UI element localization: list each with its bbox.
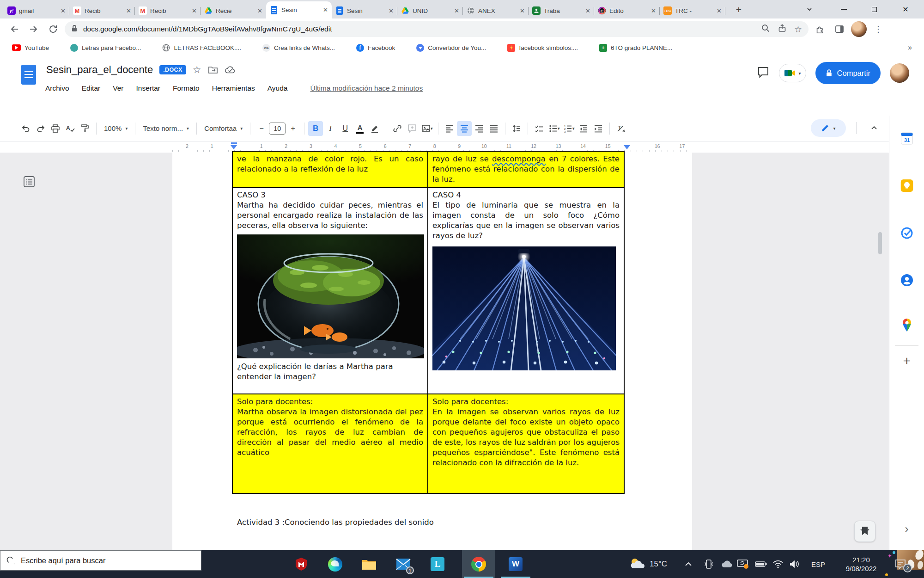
- cloud-saved-icon[interactable]: [225, 66, 236, 74]
- new-tab-button[interactable]: +: [732, 3, 746, 17]
- window-maximize-button[interactable]: [860, 0, 888, 18]
- keep-icon[interactable]: [900, 179, 913, 194]
- align-center-icon[interactable]: [457, 121, 472, 136]
- kebab-menu-icon[interactable]: ⋮: [870, 21, 886, 37]
- tab-close-icon[interactable]: ✕: [520, 7, 525, 14]
- start-button[interactable]: [0, 550, 29, 578]
- tab-close-icon[interactable]: ✕: [257, 7, 262, 14]
- chrome-taskbar-icon[interactable]: [462, 550, 495, 578]
- tab-recie[interactable]: Recie✕: [201, 3, 266, 18]
- menu-ayuda[interactable]: Ayuda: [267, 84, 288, 92]
- clear-formatting-icon[interactable]: T: [614, 121, 628, 136]
- editing-mode-button[interactable]: ▾: [811, 119, 846, 137]
- font-size-field[interactable]: 10: [269, 123, 286, 135]
- star-document-icon[interactable]: ☆: [193, 64, 201, 75]
- bookmark-letras[interactable]: Letras para Facebo...: [70, 44, 141, 52]
- wifi-icon[interactable]: [772, 550, 784, 578]
- font-size-decrease-button[interactable]: −: [254, 121, 269, 136]
- tab-close-icon[interactable]: ✕: [61, 7, 66, 14]
- redo-icon[interactable]: [33, 121, 48, 136]
- checklist-icon[interactable]: [532, 121, 547, 136]
- tab-gmail[interactable]: y!gmail✕: [4, 3, 69, 18]
- taskbar-clock[interactable]: 21:209/08/2022: [838, 550, 884, 578]
- boost-button[interactable]: [854, 521, 875, 542]
- bookmark-star-icon[interactable]: ☆: [794, 24, 802, 35]
- file-explorer-icon[interactable]: [354, 550, 384, 578]
- tab-close-icon[interactable]: ✕: [717, 7, 722, 14]
- laser-lights-image[interactable]: [432, 246, 616, 370]
- undo-icon[interactable]: [18, 121, 33, 136]
- onedrive-icon[interactable]: [721, 550, 733, 578]
- collapse-toolbar-icon[interactable]: [867, 121, 881, 135]
- bookmark-facebook[interactable]: fFacebook: [356, 44, 395, 52]
- cell-caso3[interactable]: CASO 3 Martha ha decidido cuidar peces, …: [232, 187, 428, 394]
- tab-sesin-active[interactable]: Sesin✕: [266, 1, 332, 18]
- add-addon-button[interactable]: ＋: [901, 352, 913, 369]
- menu-formato[interactable]: Formato: [173, 84, 200, 92]
- notification-center-icon[interactable]: 2: [894, 550, 906, 578]
- extensions-puzzle-icon[interactable]: [812, 21, 828, 37]
- tab-search-chevron-icon[interactable]: [796, 0, 823, 18]
- bookmark-whatsapp-links[interactable]: WACrea links de Whats...: [262, 44, 335, 52]
- increase-indent-icon[interactable]: [591, 121, 606, 136]
- align-right-icon[interactable]: [472, 121, 486, 136]
- comment-history-icon[interactable]: [757, 66, 770, 80]
- menu-insertar[interactable]: Insertar: [136, 84, 160, 92]
- tab-close-icon[interactable]: ✕: [651, 7, 656, 14]
- docs-logo-icon[interactable]: [21, 65, 36, 85]
- document-title[interactable]: Sesin_para_el_docente: [46, 64, 153, 76]
- paint-format-icon[interactable]: [78, 121, 92, 136]
- text-color-button[interactable]: A: [353, 121, 367, 136]
- side-panel-icon[interactable]: [832, 21, 847, 37]
- battery-icon[interactable]: [755, 550, 767, 578]
- window-minimize-button[interactable]: [830, 0, 857, 18]
- bookmark-youtube[interactable]: YouTube: [12, 44, 49, 51]
- underline-button[interactable]: U: [338, 121, 353, 136]
- share-icon[interactable]: [778, 24, 787, 35]
- cell-caso1-answer[interactable]: ve la manzana de color rojo. Es un caso …: [232, 151, 428, 187]
- tab-sesin-2[interactable]: Sesin✕: [332, 3, 397, 18]
- tab-anex[interactable]: ANEX✕: [463, 3, 529, 18]
- meet-call-button[interactable]: ▾: [779, 64, 806, 82]
- numbered-list-icon[interactable]: 123▾: [561, 121, 576, 136]
- cell-caso3-teacher[interactable]: Solo para docentes: Martha observa la im…: [232, 394, 428, 493]
- font-size-increase-button[interactable]: +: [286, 121, 300, 136]
- calendar-icon[interactable]: 31: [900, 132, 913, 147]
- add-comment-icon[interactable]: [405, 121, 419, 136]
- tab-close-icon[interactable]: ✕: [389, 7, 394, 14]
- forward-icon[interactable]: [26, 21, 42, 37]
- styles-select[interactable]: Texto norm...▾: [139, 121, 193, 136]
- italic-button[interactable]: I: [323, 121, 338, 136]
- tab-close-icon[interactable]: ✕: [585, 7, 590, 14]
- user-avatar[interactable]: [890, 63, 909, 83]
- edge-icon[interactable]: [320, 550, 350, 578]
- decrease-indent-icon[interactable]: [576, 121, 591, 136]
- activity-heading[interactable]: Actividad 3 :Conociendo las propiedades …: [237, 518, 434, 527]
- fishbowl-image[interactable]: [237, 234, 424, 358]
- bulleted-list-icon[interactable]: ▾: [547, 121, 561, 136]
- window-close-button[interactable]: ✕: [892, 0, 919, 18]
- tab-close-icon[interactable]: ✕: [126, 7, 131, 14]
- cell-caso4-teacher[interactable]: Solo para docentes: En la imagen se obse…: [428, 394, 624, 493]
- insert-image-icon[interactable]: ▾: [419, 121, 434, 136]
- spellcheck-icon[interactable]: A: [63, 121, 78, 136]
- tab-close-icon[interactable]: ✕: [323, 6, 328, 13]
- show-outline-icon[interactable]: [23, 176, 35, 190]
- highlight-color-button[interactable]: [367, 121, 382, 136]
- maps-icon[interactable]: [901, 318, 912, 334]
- menu-ver[interactable]: Ver: [113, 84, 123, 92]
- hide-panel-chevron-icon[interactable]: ›: [905, 523, 909, 535]
- word-taskbar-icon[interactable]: W: [499, 550, 532, 578]
- menu-archivo[interactable]: Archivo: [45, 84, 69, 92]
- tab-close-icon[interactable]: ✕: [454, 7, 459, 14]
- misspelled-word[interactable]: descomponga: [492, 154, 546, 163]
- tray-chevron-icon[interactable]: [685, 550, 692, 578]
- tasks-icon[interactable]: [900, 227, 913, 241]
- bookmark-convertidor[interactable]: Convertidor de You...: [416, 44, 486, 52]
- mail-icon[interactable]: 1: [388, 550, 419, 578]
- l-app-icon[interactable]: L: [422, 550, 453, 578]
- tab-recib-2[interactable]: MRecib✕: [135, 3, 201, 18]
- reload-icon[interactable]: [45, 21, 61, 37]
- align-left-icon[interactable]: [442, 121, 457, 136]
- print-icon[interactable]: [48, 121, 63, 136]
